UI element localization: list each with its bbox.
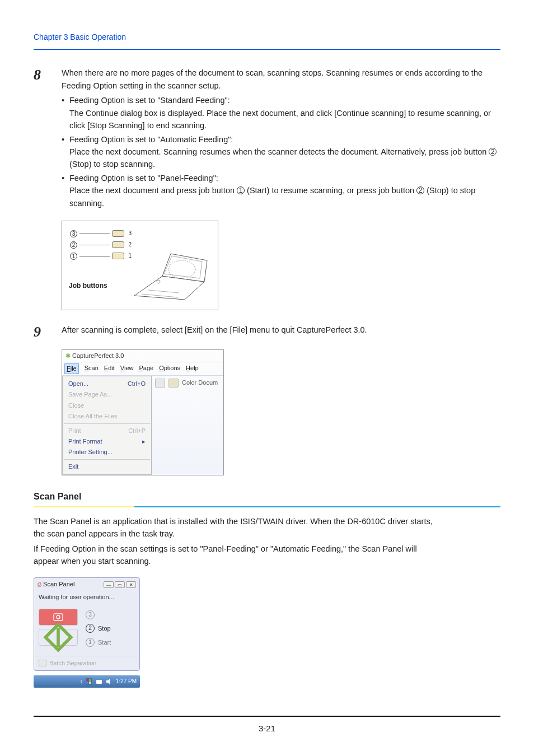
sp-row-start: 1Start xyxy=(86,638,135,647)
menu-options[interactable]: Options xyxy=(159,363,180,374)
sp-row-3: 3 xyxy=(86,610,135,619)
menu-scan[interactable]: Scan xyxy=(85,363,99,374)
step8-b3-title: Feeding Option is set to "Panel-Feeding"… xyxy=(69,174,218,183)
tray-time: 1:27 PM xyxy=(116,677,137,686)
scanner-illustration xyxy=(132,242,210,304)
header-rule xyxy=(34,49,500,50)
scan-panel-title: Scan Panel xyxy=(43,581,74,587)
step9-text: After scanning is complete, select [Exit… xyxy=(62,324,500,336)
step8-intro: When there are no more pages of the docu… xyxy=(62,67,500,92)
footer-rule xyxy=(34,716,500,717)
system-tray: ‹ 1:27 PM xyxy=(34,675,140,688)
step8-b2-body2: (Stop) to stop scanning. xyxy=(69,160,155,169)
step-8: 8 When there are no more pages of the do… xyxy=(34,67,500,211)
scanner-diagram: 3 3 2 2 1 1 Job buttons xyxy=(62,221,218,310)
step8-b3-body2: (Start) to resume scanning, or press job… xyxy=(245,186,416,195)
maximize-icon[interactable]: ▭ xyxy=(115,581,125,588)
scan-panel-heading: Scan Panel xyxy=(34,490,500,507)
menu-item-close: Close xyxy=(63,400,151,411)
toolbar-scanner-icon[interactable] xyxy=(155,379,165,388)
scan-panel-app-icon: ⎙ xyxy=(38,581,41,587)
svg-rect-11 xyxy=(96,680,102,684)
chapter-breadcrumb[interactable]: Chapter 3 Basic Operation xyxy=(34,31,500,44)
tray-volume-icon[interactable] xyxy=(106,678,113,685)
circled-2-icon: 2 xyxy=(489,148,496,156)
page-number: 3-21 xyxy=(0,722,534,735)
menu-item-save-page-as: Save Page As... xyxy=(63,389,151,400)
toolbar-color-docum-label: Color Docum xyxy=(182,378,218,388)
sp-row-stop: 2Stop xyxy=(86,624,135,633)
svg-marker-12 xyxy=(106,679,110,684)
menu-item-print-format[interactable]: Print Format▸ xyxy=(63,436,151,447)
svg-rect-10 xyxy=(89,682,91,684)
minimize-icon[interactable]: — xyxy=(104,581,114,588)
menu-item-exit[interactable]: Exit xyxy=(63,461,151,472)
scan-panel-para1: The Scan Panel is an application that is… xyxy=(34,515,442,540)
app-icon: ✱ xyxy=(65,352,71,359)
step8-b2-title: Feeding Option is set to "Automatic Feed… xyxy=(69,135,233,144)
menubar: FFileile Scan Edit View Page Options Hel… xyxy=(62,362,223,376)
captureperfect-window: ✱ CapturePerfect 3.0 FFileile Scan Edit … xyxy=(62,349,224,475)
step8-b1-title: Feeding Option is set to "Standard Feedi… xyxy=(69,96,230,105)
close-icon[interactable]: ✕ xyxy=(126,581,136,588)
circled-1-icon: 1 xyxy=(237,186,245,194)
menu-item-close-all: Close All the Files xyxy=(63,411,151,422)
step-number-8: 8 xyxy=(34,67,62,82)
batch-separation-row: Batch Separation xyxy=(34,656,139,670)
step-9: 9 After scanning is complete, select [Ex… xyxy=(34,324,500,339)
step8-b1-body: The Continue dialog box is displayed. Pl… xyxy=(69,109,491,130)
step-number-9: 9 xyxy=(34,324,62,339)
file-dropdown: Open...Ctrl+O Save Page As... Close Clos… xyxy=(62,376,152,474)
menu-page[interactable]: Page xyxy=(139,363,153,374)
toolbar-page-icon[interactable] xyxy=(168,379,179,388)
scan-panel-para2: If Feeding Option in the scan settings i… xyxy=(34,543,442,568)
jb-btn-label-3: 3 xyxy=(128,229,132,238)
captureperfect-title: CapturePerfect 3.0 xyxy=(72,352,124,359)
menu-item-open[interactable]: Open...Ctrl+O xyxy=(63,379,151,389)
jb-callout-3: 3 xyxy=(70,230,77,237)
step8-b3-body1: Place the next document and press job bu… xyxy=(69,186,237,195)
scan-panel-window: ⎙ Scan Panel — ▭ ✕ Waiting for user oper… xyxy=(34,577,140,670)
jb-callout-1: 1 xyxy=(70,253,77,260)
batch-separation-icon xyxy=(39,660,46,666)
circled-2b-icon: 2 xyxy=(416,186,424,194)
batch-separation-label: Batch Separation xyxy=(49,659,96,668)
jb-callout-2: 2 xyxy=(70,241,77,249)
svg-rect-8 xyxy=(89,679,91,681)
menu-view[interactable]: View xyxy=(120,363,134,374)
menu-help[interactable]: Help xyxy=(186,363,199,374)
job-buttons-label: Job buttons xyxy=(69,281,107,291)
menu-item-print: PrintCtrl+P xyxy=(63,426,151,436)
svg-rect-7 xyxy=(86,679,88,681)
start-button[interactable] xyxy=(39,629,78,646)
menu-edit[interactable]: Edit xyxy=(104,363,115,374)
step8-b2-body1: Place the next document. Scanning resume… xyxy=(69,147,489,156)
svg-rect-9 xyxy=(86,682,88,684)
scan-panel-status: Waiting for user operation... xyxy=(34,591,139,603)
tray-chevron-icon[interactable]: ‹ xyxy=(80,677,82,686)
menu-file[interactable]: FFileile xyxy=(64,363,79,374)
menu-item-printer-setting[interactable]: Printer Setting... xyxy=(63,447,151,458)
tray-scanner-icon[interactable] xyxy=(96,678,102,685)
tray-flag-icon[interactable] xyxy=(86,678,92,685)
